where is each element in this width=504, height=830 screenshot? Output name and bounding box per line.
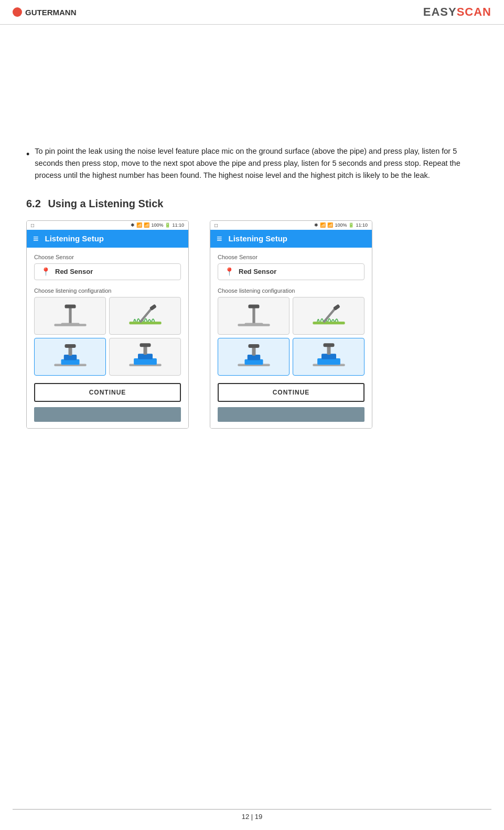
phone-right: □ ✱ 📶 📶 100% 🔋 11:10 ≡ Listening Setup C… [210,220,372,429]
svg-rect-28 [248,344,259,348]
bluetooth-icon-right: ✱ [314,222,318,228]
choose-config-label-left: Choose listening configuration [34,288,181,294]
config-svg-2-left [127,300,164,332]
page-footer: 12 | 19 [0,809,504,821]
main-content: • To pin point the leak using the noise … [0,25,504,460]
phone-body-right: Choose Sensor 📍 Red Sensor Choose listen… [210,248,372,428]
sensor-pin-icon-left: 📍 [41,267,51,276]
bullet-item: • To pin point the leak using the noise … [26,145,478,182]
svg-rect-13 [134,358,157,365]
app-header-left: ≡ Listening Setup [27,230,188,248]
choose-sensor-label-left: Choose Sensor [34,254,181,260]
sensor-button-left[interactable]: 📍 Red Sensor [34,263,181,280]
hamburger-icon-right[interactable]: ≡ [217,234,222,243]
config-svg-4-right [310,341,347,373]
sensor-pin-icon-right: 📍 [224,267,234,276]
svg-rect-21 [313,322,345,324]
signal-icon-right: 📶 [327,222,333,228]
config-svg-4-left [127,341,164,373]
status-bar-left: □ ✱ 📶 📶 100% 🔋 11:10 [27,221,188,230]
config-svg-1-left [52,300,89,332]
scan-text: SCAN [457,5,491,18]
svg-rect-11 [65,344,76,348]
svg-rect-16 [140,343,151,347]
battery-left: 100% [151,222,163,228]
continue-button-left[interactable]: CONTINUE [34,383,181,402]
app-title-left: Listening Setup [45,234,104,243]
config-svg-2-right [310,300,347,332]
svg-rect-33 [323,343,334,347]
bottom-nav-left [34,407,181,422]
sensor-button-right[interactable]: 📍 Red Sensor [218,263,364,280]
config-item-4-right[interactable] [293,338,364,376]
config-item-2-right[interactable] [293,297,364,335]
easy-text: EASY [423,5,457,18]
status-bar-right: □ ✱ 📶 📶 100% 🔋 11:10 [210,221,372,230]
config-item-3-right[interactable] [218,338,289,376]
footer-divider [13,809,491,810]
wifi-icon-left: 📶 [136,222,142,228]
gutermann-logo: GUTERMANN [13,7,77,17]
screenshots-row: □ ✱ 📶 📶 100% 🔋 11:10 ≡ Listening Setup C… [26,220,478,429]
config-item-2-left[interactable] [109,297,181,335]
config-item-3-left[interactable] [34,338,106,376]
config-svg-3-right [235,341,272,373]
svg-rect-4 [129,322,161,324]
screen-icon-right: □ [215,222,218,228]
config-svg-1-right [235,300,272,332]
section-title: Using a Listening Stick [48,198,163,209]
bullet-dot: • [26,147,29,182]
bluetooth-icon-left: ✱ [131,222,135,228]
status-icons-right: ✱ 📶 📶 100% 🔋 11:10 [314,222,368,228]
choose-config-label-right: Choose listening configuration [218,288,364,294]
svg-rect-19 [248,304,259,308]
bullet-text: To pin point the leak using the noise le… [35,145,478,182]
sensor-name-left: Red Sensor [55,268,93,275]
config-svg-3-left [52,341,89,373]
config-item-1-right[interactable] [218,297,289,335]
section-number: 6.2 [26,198,41,209]
status-icons-left: ✱ 📶 📶 100% 🔋 11:10 [131,222,184,228]
battery-right: 100% [335,222,347,228]
screen-icon-left: □ [31,222,34,228]
svg-rect-2 [65,304,76,308]
bullet-section: • To pin point the leak using the noise … [26,145,478,182]
gutermann-text: GUTERMANN [25,8,77,17]
config-grid-right [218,297,364,376]
time-right: 11:10 [356,222,368,228]
page-header: GUTERMANN EASYSCAN [0,0,504,25]
time-left: 11:10 [172,222,184,228]
easyscan-logo: EASYSCAN [423,5,491,19]
section-heading: 6.2 Using a Listening Stick [26,198,478,210]
svg-rect-20 [244,323,263,325]
battery-icon-left: 🔋 [165,222,170,228]
hamburger-icon-left[interactable]: ≡ [33,234,39,243]
page-number: 12 | 19 [242,813,263,821]
phone-left: □ ✱ 📶 📶 100% 🔋 11:10 ≡ Listening Setup C… [26,220,189,429]
app-title-right: Listening Setup [229,234,288,243]
phone-body-left: Choose Sensor 📍 Red Sensor Choose listen… [27,248,188,428]
svg-rect-30 [317,358,340,365]
sensor-name-right: Red Sensor [239,268,276,275]
config-grid-left [34,297,181,376]
gutermann-icon [13,7,22,17]
choose-sensor-label-right: Choose Sensor [218,254,364,260]
config-item-4-left[interactable] [109,338,181,376]
signal-icon-left: 📶 [144,222,149,228]
svg-rect-3 [61,323,79,325]
battery-icon-right: 🔋 [348,222,354,228]
bottom-nav-right [218,407,364,422]
app-header-right: ≡ Listening Setup [210,230,372,248]
continue-button-right[interactable]: CONTINUE [218,383,364,402]
config-item-1-left[interactable] [34,297,106,335]
wifi-icon-right: 📶 [320,222,326,228]
